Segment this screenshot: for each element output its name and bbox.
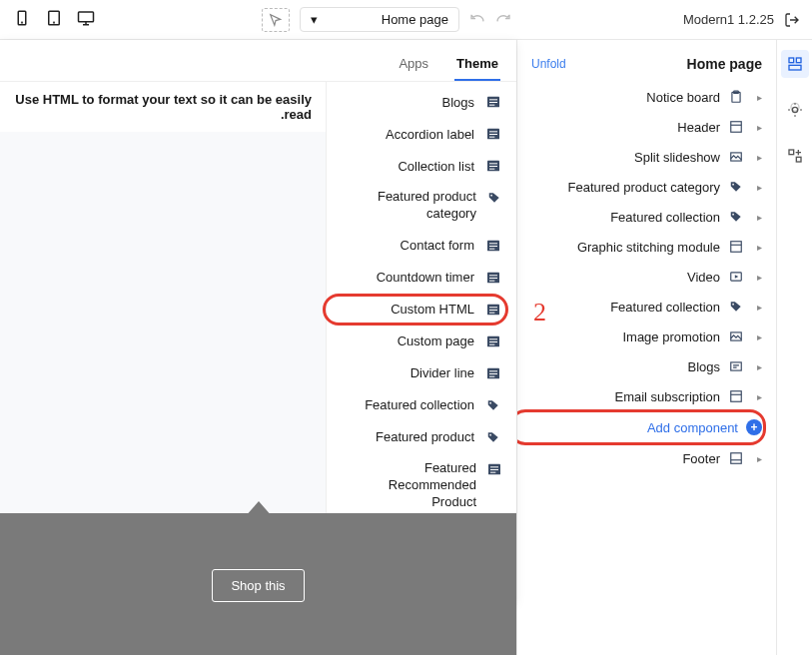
section-label: Header: [677, 120, 720, 135]
chevron-right-icon: ▸: [752, 182, 762, 193]
svg-rect-22: [731, 391, 742, 402]
play-icon: [728, 269, 744, 285]
section-notice-board[interactable]: ▸Notice board: [517, 82, 776, 112]
component-featured-collection[interactable]: Featured collection: [327, 389, 516, 421]
layout-icon: [728, 119, 744, 135]
exit-icon[interactable]: [784, 12, 800, 28]
section-blogs[interactable]: ▸Blogs: [517, 351, 776, 381]
svg-rect-21: [731, 362, 742, 370]
svg-rect-39: [489, 246, 497, 247]
component-label: Countdown timer: [377, 270, 474, 285]
svg-rect-33: [489, 163, 497, 164]
component-label: Featured Recommended Product: [341, 460, 476, 511]
section-featured-collection[interactable]: ▸Featured collection: [517, 202, 776, 232]
image-icon: [728, 328, 744, 344]
component-collection-list[interactable]: Collection list: [327, 150, 516, 182]
unfold-link[interactable]: Unfold: [531, 57, 566, 71]
svg-rect-26: [489, 102, 497, 103]
section-graphic-stitching-module[interactable]: ▸Graphic stitching module: [517, 232, 776, 262]
tab-theme[interactable]: Theme: [454, 48, 500, 81]
component-featured-product[interactable]: Featured product: [327, 421, 516, 453]
element-picker[interactable]: [262, 8, 290, 32]
text-block-icon: [486, 460, 502, 478]
text-block-icon: [484, 364, 502, 382]
component-countdown-timer[interactable]: Countdown timer: [327, 262, 516, 294]
component-featured-product-category[interactable]: Featured product category: [327, 182, 516, 230]
component-featured-recommended-product[interactable]: Featured Recommended Product: [327, 453, 516, 518]
section-split-slideshow[interactable]: ▸Split slideshow: [517, 142, 776, 172]
layout-icon: [728, 388, 744, 404]
svg-rect-52: [489, 343, 494, 344]
sidebar-title: Home page: [687, 56, 762, 72]
svg-point-57: [489, 402, 491, 404]
add-component-button[interactable]: + Add component 1: [517, 411, 776, 443]
tag-icon: [486, 189, 502, 207]
arrow-shape: [245, 501, 273, 517]
svg-rect-56: [489, 375, 494, 376]
section-header[interactable]: ▸Header: [517, 112, 776, 142]
tag-icon: [728, 299, 744, 315]
tag-icon: [484, 396, 502, 414]
plus-circle-icon: +: [746, 419, 762, 435]
desktop-icon[interactable]: [76, 9, 96, 30]
chevron-right-icon: ▸: [752, 242, 762, 253]
component-label: Collection list: [398, 159, 474, 174]
section-video[interactable]: ▸Video: [517, 262, 776, 292]
annotation-number-2: 2: [533, 298, 546, 328]
component-label: Custom page: [398, 333, 474, 348]
svg-rect-30: [489, 134, 497, 135]
svg-rect-44: [489, 280, 494, 281]
section-footer[interactable]: ▸ Footer: [517, 443, 776, 473]
section-label: Graphic stitching module: [577, 240, 720, 255]
section-label: Email subscription: [615, 389, 721, 404]
svg-rect-40: [489, 248, 494, 249]
svg-rect-23: [731, 453, 742, 464]
svg-point-4: [22, 22, 23, 23]
svg-rect-60: [490, 466, 498, 467]
component-label: Blogs: [441, 95, 474, 110]
section-label: Featured collection: [610, 300, 720, 315]
component-accordion-label[interactable]: Accordion label: [327, 118, 516, 150]
rail-theme-settings-icon[interactable]: [781, 96, 809, 124]
svg-rect-62: [490, 471, 495, 472]
chevron-right-icon: ▸: [752, 453, 762, 464]
component-label: Custom HTML: [391, 302, 474, 317]
chevron-right-icon: ▸: [752, 391, 762, 402]
text-icon: [728, 358, 744, 374]
rail-apps-icon[interactable]: [781, 142, 809, 170]
rail-sections-icon[interactable]: [781, 50, 809, 78]
svg-rect-51: [489, 341, 497, 342]
clipboard-icon: [728, 89, 744, 105]
svg-rect-35: [489, 169, 494, 170]
mobile-icon[interactable]: [12, 9, 32, 30]
section-featured-product-category[interactable]: ▸Featured product category: [517, 172, 776, 202]
undo-icon[interactable]: [469, 10, 485, 29]
svg-rect-25: [489, 99, 497, 100]
page-selector[interactable]: Home page ▾: [300, 7, 459, 32]
section-image-promotion[interactable]: ▸Image promotion: [517, 322, 776, 351]
section-featured-collection[interactable]: ▸Featured collection: [517, 292, 776, 322]
component-divider-line[interactable]: Divider line: [327, 357, 516, 389]
component-custom-page[interactable]: Custom page: [327, 326, 516, 357]
svg-rect-61: [490, 469, 498, 470]
shop-button[interactable]: Shop this: [212, 569, 304, 602]
sections-sidebar: Home page Unfold ▸Notice board▸Header▸Sp…: [516, 40, 776, 655]
tablet-icon[interactable]: [44, 9, 64, 30]
chevron-right-icon: ▸: [752, 302, 762, 313]
section-label: Blogs: [687, 359, 720, 374]
component-custom-html[interactable]: Custom HTML2: [327, 294, 516, 326]
section-label: Featured collection: [610, 210, 720, 225]
redo-icon[interactable]: [495, 10, 511, 29]
tab-apps[interactable]: Apps: [397, 48, 430, 81]
svg-rect-38: [489, 243, 497, 244]
svg-point-15: [732, 184, 734, 186]
device-toggle: [12, 9, 96, 30]
svg-rect-10: [796, 157, 801, 162]
svg-rect-54: [489, 370, 497, 371]
tag-icon: [728, 209, 744, 225]
component-contact-form[interactable]: Contact form: [327, 230, 516, 262]
theme-name: Modern1 1.2.25: [683, 12, 774, 27]
chevron-down-icon: ▾: [311, 12, 318, 27]
component-blogs[interactable]: Blogs: [327, 86, 516, 118]
section-email-subscription[interactable]: ▸Email subscription: [517, 381, 776, 411]
